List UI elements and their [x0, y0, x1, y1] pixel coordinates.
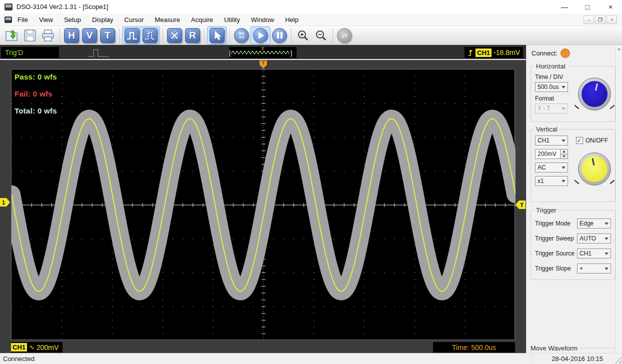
scope-screen[interactable]: Pass: 0 wfs Fail: 0 wfs Total: 0 wfs: [11, 69, 515, 340]
trigger-position-marker[interactable]: T: [260, 60, 267, 68]
channel1-ground-marker[interactable]: 1: [0, 198, 10, 206]
scroll-up-arrow-icon[interactable]: [616, 45, 622, 52]
chevron-down-icon: [604, 252, 608, 255]
trigger-mode-label: Trigger Mode: [535, 220, 570, 227]
autoset-button[interactable]: AU TO: [233, 27, 250, 44]
toolbar-separator: [291, 28, 292, 43]
preview-wave-icon: [231, 50, 290, 56]
menu-acquire[interactable]: Acquire: [186, 14, 218, 26]
horizontal-knob[interactable]: [578, 78, 611, 110]
vertical-cursor-button[interactable]: V: [81, 27, 98, 44]
trigger-mode-select[interactable]: Edge: [577, 218, 611, 228]
minimize-button[interactable]: —: [553, 0, 576, 14]
zoom-out-icon: [314, 29, 328, 42]
toolbar-separator: [119, 28, 120, 43]
preview-right-bracket-icon: ]: [290, 49, 292, 56]
horizontal-cursor-button[interactable]: H: [63, 27, 80, 44]
menu-display[interactable]: Display: [86, 14, 119, 26]
waveform-preview[interactable]: [ ] T: [229, 47, 296, 58]
mdi-restore-button[interactable]: [595, 16, 606, 24]
trigger-level-marker[interactable]: T: [516, 200, 526, 209]
menu-window[interactable]: Window: [246, 14, 280, 26]
trigger-slope-label: Trigger Slope: [535, 265, 571, 272]
chevron-down-icon: [562, 108, 566, 110]
r-icon: R: [185, 28, 200, 43]
trigger-group-title: Trigger: [534, 206, 558, 214]
panel-scrollbar[interactable]: [616, 45, 622, 353]
v-icon: V: [82, 28, 97, 43]
vertical-group-title: Vertical: [534, 126, 560, 133]
rising-edge-icon: [468, 48, 474, 57]
toolbar-separator: [230, 28, 230, 43]
spin-down-button[interactable]: [560, 154, 568, 159]
window-title: DSO-3104 Ver2.1.31 - [Scope1]: [16, 3, 108, 10]
horizontal-group-title: Horizontal: [534, 62, 568, 70]
chevron-down-icon: [604, 238, 608, 240]
menu-utility[interactable]: Utility: [218, 14, 246, 26]
print-button[interactable]: [40, 27, 56, 44]
onoff-checkbox[interactable]: ✓: [576, 137, 583, 144]
pass-fail-mask-button[interactable]: [124, 27, 140, 44]
trigger-sweep-select[interactable]: AUTO: [577, 234, 611, 244]
menu-file[interactable]: File: [12, 14, 34, 26]
probe-select[interactable]: x1: [535, 176, 568, 186]
open-button[interactable]: [4, 27, 20, 44]
waveform-plot: [12, 70, 516, 340]
pass-fail-group-highlight: [122, 26, 160, 44]
channel-settings-badge: CH1 ∿ 200mV: [11, 342, 62, 352]
trigger-cursor-button[interactable]: T: [99, 27, 116, 44]
scope-document-icon: [4, 16, 12, 23]
cross-cursor-button[interactable]: [166, 27, 183, 44]
connection-status: Connected: [0, 355, 34, 362]
knob-tick: [574, 105, 580, 110]
restore-icon: [598, 18, 602, 22]
menu-bar: File View Setup Display Cursor Measure A…: [0, 14, 622, 26]
menu-help[interactable]: Help: [280, 14, 304, 26]
mdi-minimize-button[interactable]: –: [584, 16, 594, 24]
mdi-close-button[interactable]: ×: [606, 16, 617, 24]
move-waveform-title: Move Waveform: [530, 344, 580, 352]
toolbar-separator: [332, 28, 333, 43]
chevron-down-icon: [604, 268, 608, 270]
channel-select[interactable]: CH1: [535, 136, 568, 146]
trigger-level-badge: CH1 -18.8mV: [464, 47, 523, 58]
run-button[interactable]: [252, 27, 269, 44]
menu-setup[interactable]: Setup: [58, 14, 86, 26]
maximize-button[interactable]: □: [576, 0, 599, 14]
refresh-button[interactable]: R: [184, 27, 201, 44]
resize-grip[interactable]: [614, 356, 622, 364]
pause-button[interactable]: [271, 27, 288, 44]
pass-fail-settings-button[interactable]: [142, 27, 158, 44]
pulse-icon: [124, 28, 140, 43]
trigger-slope-select[interactable]: +: [577, 264, 611, 274]
zoom-in-button[interactable]: [294, 27, 312, 44]
close-button[interactable]: ×: [599, 0, 622, 14]
coupling-select[interactable]: AC: [535, 162, 568, 172]
sync-button[interactable]: ⇄: [336, 27, 353, 44]
printer-icon: [41, 29, 55, 42]
horizontal-group: Horizontal Time / DIV 500.0us Format Y -…: [530, 66, 616, 122]
app-icon: [4, 4, 12, 10]
preview-trigger-marker: T: [262, 46, 264, 52]
save-button[interactable]: [22, 27, 38, 44]
spin-up-button[interactable]: [560, 150, 568, 154]
menu-view[interactable]: View: [34, 14, 58, 26]
zoom-out-button[interactable]: [312, 27, 330, 44]
pulse-limits-icon: [142, 28, 158, 43]
format-select: Y - T: [535, 104, 568, 114]
menu-cursor[interactable]: Cursor: [119, 14, 150, 26]
knob-ring: [578, 152, 611, 186]
time-div-select[interactable]: 500.0us: [535, 82, 568, 92]
floppy-disk-icon: [24, 29, 36, 42]
vertical-knob[interactable]: [578, 152, 611, 186]
select-highlight: [207, 26, 227, 44]
open-folder-icon: [5, 29, 19, 42]
trigger-source-select[interactable]: CH1: [577, 248, 611, 258]
knob-tick: [610, 180, 615, 184]
time-div-label: Time / DIV: [535, 74, 568, 80]
volts-div-spinner[interactable]: 200mV: [535, 149, 568, 159]
menu-measure[interactable]: Measure: [150, 14, 186, 26]
chevron-down-icon: [604, 222, 608, 225]
select-cursor-button[interactable]: [208, 27, 226, 44]
play-icon: [253, 28, 268, 43]
